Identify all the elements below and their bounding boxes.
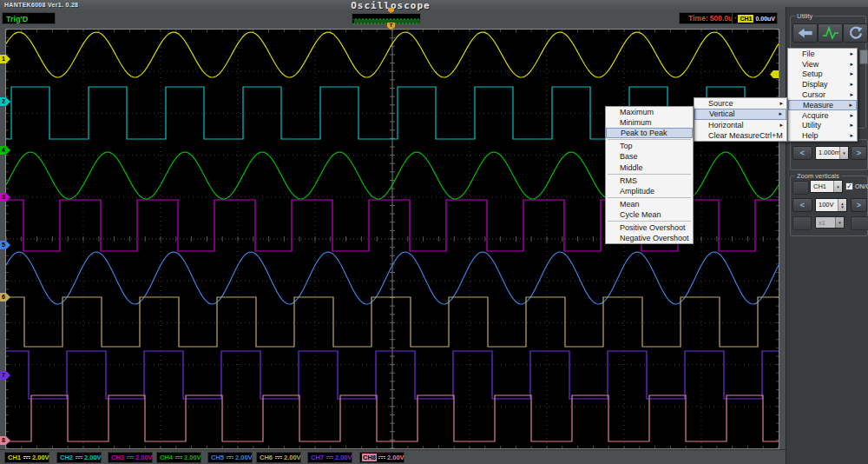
menu-item-rms[interactable]: RMS: [606, 176, 693, 186]
vertical-channel-value: CH1: [811, 181, 833, 192]
partially-hidden-button[interactable]: [859, 50, 868, 64]
channel-readout-ch2[interactable]: CH22.00V: [56, 452, 102, 463]
trigger-level-value: 0.00uV: [755, 16, 775, 22]
menu-item-peak-to-peak[interactable]: Peak to Peak: [606, 128, 693, 138]
dropdown-arrow-icon[interactable]: ▾: [839, 147, 848, 159]
menu-item-label: Top: [620, 142, 689, 150]
dc-coupling-icon: [227, 456, 233, 459]
probe-multiplier-select[interactable]: x1 ▾: [815, 216, 845, 229]
menu-item-base[interactable]: Base: [606, 151, 693, 162]
vertical-scale-spinner[interactable]: 100V ▴▾: [815, 198, 847, 212]
channel-scale-value: 2.00V: [387, 454, 404, 461]
channel-name: CH3: [110, 454, 125, 461]
submenu-arrow-icon: ▸: [779, 122, 783, 129]
channel-readout-ch6[interactable]: CH62.00V: [256, 452, 301, 463]
app-title: HANTEK6008 Ver1. 0.28: [4, 2, 78, 8]
channel-scale-value: 2.00V: [184, 454, 201, 461]
menu-item-source[interactable]: Source▸: [694, 98, 786, 109]
menu-item-horizontal[interactable]: Horizontal▸: [694, 120, 786, 130]
channel-scale-value: 2.00V: [335, 454, 352, 461]
menu-item-measure[interactable]: Measure▸: [788, 100, 857, 110]
pulse-icon: [822, 26, 839, 40]
menu-item-label: RMS: [620, 176, 689, 185]
menu-item-top[interactable]: Top: [606, 141, 693, 151]
menu-item-label: Cursor: [802, 90, 850, 99]
submenu-arrow-icon: ▸: [850, 122, 853, 129]
menu-item-minimum[interactable]: Minimum: [606, 117, 693, 128]
submenu-arrow-icon: ▸: [779, 100, 783, 107]
menu-item-label: Clear Measure: [708, 131, 760, 140]
probe-right-button[interactable]: [851, 216, 868, 230]
menu-item-label: Amplitude: [620, 187, 689, 196]
vertical-scale-increase-button[interactable]: >: [851, 198, 867, 212]
dropdown-arrow-icon: ▾: [835, 217, 844, 228]
menu-item-middle[interactable]: Middle: [606, 162, 693, 172]
timebase-decrease-button[interactable]: <: [792, 146, 812, 160]
refresh-icon: [848, 26, 864, 40]
menu-item-setup[interactable]: Setup▸: [788, 70, 857, 80]
menu-item-view[interactable]: View▸: [788, 59, 857, 70]
probe-left-button[interactable]: [792, 216, 812, 230]
menu-item-negative-overshoot[interactable]: Negative Overshoot: [606, 233, 693, 243]
menu-item-label: Minimum: [620, 118, 689, 127]
menu-item-cursor[interactable]: Cursor▸: [788, 89, 857, 100]
dropdown-arrow-icon[interactable]: ▾: [833, 181, 842, 192]
menu-item-label: Help: [802, 131, 850, 140]
spinner-arrows-icon[interactable]: ▴▾: [838, 199, 846, 211]
menu-item-amplitude[interactable]: Amplitude: [606, 186, 693, 196]
channel-config-button[interactable]: [792, 181, 809, 195]
back-button[interactable]: [792, 23, 818, 43]
measure-submenu: Source▸Vertical▸Horizontal▸Clear Measure…: [694, 97, 787, 142]
menu-item-label: Positive Overshoot: [620, 223, 689, 232]
dc-coupling-icon: [378, 456, 385, 459]
menu-item-label: Negative Overshoot: [620, 234, 689, 242]
vertical-channel-select[interactable]: CH1 ▾: [810, 180, 843, 193]
channel-name: CH6: [259, 454, 273, 461]
waveform-preview[interactable]: [352, 13, 421, 24]
refresh-button[interactable]: [843, 23, 868, 43]
channel-readout-ch1[interactable]: CH12.00V: [4, 452, 49, 463]
channel-readout-ch5[interactable]: CH52.00V: [207, 452, 253, 463]
dc-coupling-icon: [23, 456, 30, 459]
submenu-arrow-icon: ▸: [850, 112, 853, 119]
timebase-increase-button[interactable]: >: [851, 146, 867, 160]
waveform-button[interactable]: [818, 23, 843, 43]
submenu-arrow-icon: ▸: [850, 91, 853, 98]
dc-coupling-icon: [76, 456, 82, 459]
menu-item-positive-overshoot[interactable]: Positive Overshoot: [606, 222, 693, 233]
menu-item-mean[interactable]: Mean: [606, 199, 693, 209]
menu-item-label: View: [802, 60, 850, 69]
channel-readout-ch8[interactable]: CH82.00V: [359, 452, 404, 463]
channel-readout-ch3[interactable]: CH32.00V: [108, 452, 153, 463]
menu-item-label: Setup: [802, 70, 850, 78]
menu-item-help[interactable]: Help▸: [788, 130, 857, 141]
dc-coupling-icon: [275, 456, 282, 459]
zoom-vertical-label: Zoom verticals: [795, 172, 841, 180]
trigger-slope-icon: [734, 14, 736, 23]
channel-readout-ch4[interactable]: CH42.00V: [156, 452, 201, 463]
menu-item-clear-measure[interactable]: Clear MeasureCtrl+M: [694, 130, 786, 141]
probe-multiplier-value: x1: [816, 217, 835, 228]
submenu-arrow-icon: ▸: [850, 70, 853, 77]
dc-coupling-icon: [326, 456, 333, 459]
menu-item-utility[interactable]: Utility▸: [788, 121, 857, 131]
menu-item-display[interactable]: Display▸: [788, 79, 857, 89]
menu-item-cycle-mean[interactable]: Cycle Mean: [606, 209, 693, 220]
channel-status-bar: CH12.00VCH22.00VCH32.00VCH42.00VCH52.00V…: [0, 449, 786, 464]
channel-readout-ch7[interactable]: CH72.00V: [307, 452, 352, 463]
menu-item-acquire[interactable]: Acquire▸: [788, 110, 857, 121]
menu-item-file[interactable]: File▸: [788, 49, 857, 59]
menu-item-maximum[interactable]: Maximum: [606, 107, 693, 117]
vertical-scale-value: 100V: [816, 199, 838, 211]
trigger-source-badge[interactable]: CH1: [738, 15, 753, 23]
menu-item-label: Cycle Mean: [620, 210, 689, 219]
timebase-select[interactable]: 1.000ms ▾: [815, 146, 849, 160]
menu-item-vertical[interactable]: Vertical▸: [694, 109, 786, 119]
menu-item-label: Measure: [803, 101, 849, 109]
channel-onoff-checkbox[interactable]: ✓: [845, 182, 853, 190]
utility-group-label: Utility: [795, 12, 814, 20]
vertical-scale-decrease-button[interactable]: <: [792, 198, 812, 212]
channel-name: CH5: [210, 454, 225, 461]
vertical-submenu: MaximumMinimumPeak to PeakTopBaseMiddleR…: [605, 106, 694, 244]
submenu-arrow-icon: ▸: [849, 102, 852, 109]
